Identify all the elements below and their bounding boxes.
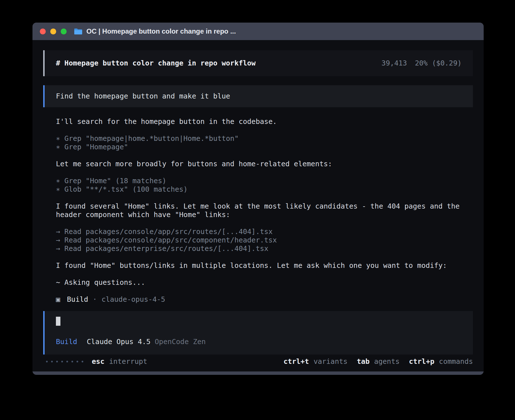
shortcut-key: ctrl+t	[283, 357, 309, 366]
tool-call-line: → Read packages/console/app/src/routes/[…	[56, 228, 473, 236]
text-cursor	[56, 317, 60, 326]
session-stats: 39,413 20% ($0.29)	[381, 59, 462, 67]
terminal-window: OC | Homepage button color change in rep…	[32, 23, 484, 375]
tool-call-line: ∗ Grep "Homepage"	[56, 143, 473, 151]
window-title: OC | Homepage button color change in rep…	[86, 27, 236, 35]
agent-status-row: ▣ Build · claude-opus-4-5	[56, 295, 473, 304]
esc-key-hint: esc	[92, 357, 104, 366]
terminal-content: # Homepage button color change in repo w…	[32, 40, 484, 366]
shortcut-commands: ctrl+p commands	[409, 357, 473, 366]
context-usage: 20% ($0.29)	[415, 59, 462, 67]
assistant-text: I found several "Home" links. Let me loo…	[56, 202, 473, 219]
shortcut-label: variants	[313, 357, 347, 366]
user-message: Find the homepage button and make it blu…	[43, 85, 473, 107]
session-header: # Homepage button color change in repo w…	[43, 50, 473, 76]
user-message-text: Find the homepage button and make it blu…	[56, 92, 230, 100]
model-name: Claude Opus 4.5	[87, 338, 150, 346]
status-line: ~ Asking questions...	[56, 278, 473, 287]
tool-call-line: → Read packages/enterprise/src/routes/[.…	[56, 244, 473, 253]
agent-icon: ▣	[56, 295, 60, 304]
assistant-text: Let me search more broadly for buttons a…	[56, 160, 473, 168]
status-bar: esc interrupt ctrl+t variants tab agents…	[43, 357, 473, 366]
model-row: Build Claude Opus 4.5 OpenCode Zen	[56, 338, 462, 346]
provider-label: OpenCode Zen	[155, 338, 206, 346]
status-bar-left: esc interrupt	[43, 357, 147, 366]
zoom-button[interactable]	[61, 29, 67, 34]
agent-name: Build	[67, 295, 88, 304]
agent-separator: ·	[93, 295, 97, 304]
shortcut-key: tab	[357, 357, 370, 366]
status-bar-right: ctrl+t variants tab agents ctrl+p comman…	[283, 357, 473, 366]
tool-call-line: ∗ Glob "**/*.tsx" (100 matches)	[56, 185, 473, 194]
window-titlebar[interactable]: OC | Homepage button color change in rep…	[32, 23, 484, 40]
tool-call-line: ∗ Grep "homepage|home.*button|Home.*butt…	[56, 134, 473, 143]
mode-label: Build	[56, 338, 77, 346]
tool-call-line: → Read packages/console/app/src/componen…	[56, 236, 473, 244]
prompt-input[interactable]: Build Claude Opus 4.5 OpenCode Zen	[43, 311, 473, 355]
close-button[interactable]	[40, 29, 46, 34]
traffic-lights	[40, 29, 67, 34]
shortcut-key: ctrl+p	[409, 357, 434, 366]
minimize-button[interactable]	[50, 29, 56, 34]
spinner-dots	[46, 361, 83, 362]
conversation-transcript: I'll search for the homepage button in t…	[43, 117, 473, 304]
session-title: # Homepage button color change in repo w…	[56, 59, 256, 67]
shortcut-label: commands	[439, 357, 473, 366]
shortcut-agents: tab agents	[357, 357, 400, 366]
assistant-text: I found "Home" buttons/links in multiple…	[56, 261, 473, 270]
assistant-text: I'll search for the homepage button in t…	[56, 117, 473, 126]
tool-call-line: ∗ Grep "Home" (18 matches)	[56, 177, 473, 185]
folder-icon	[74, 28, 82, 35]
esc-key-label: interrupt	[109, 357, 147, 366]
shortcut-label: agents	[374, 357, 400, 366]
shortcut-variants: ctrl+t variants	[283, 357, 348, 366]
token-count: 39,413	[381, 59, 407, 67]
agent-model: claude-opus-4-5	[101, 295, 165, 304]
